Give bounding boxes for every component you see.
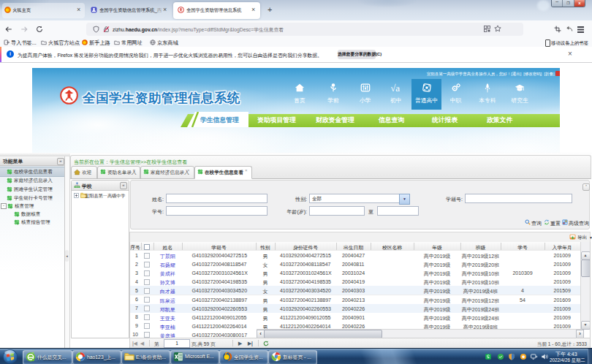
- svg-text:√a: √a: [391, 83, 400, 93]
